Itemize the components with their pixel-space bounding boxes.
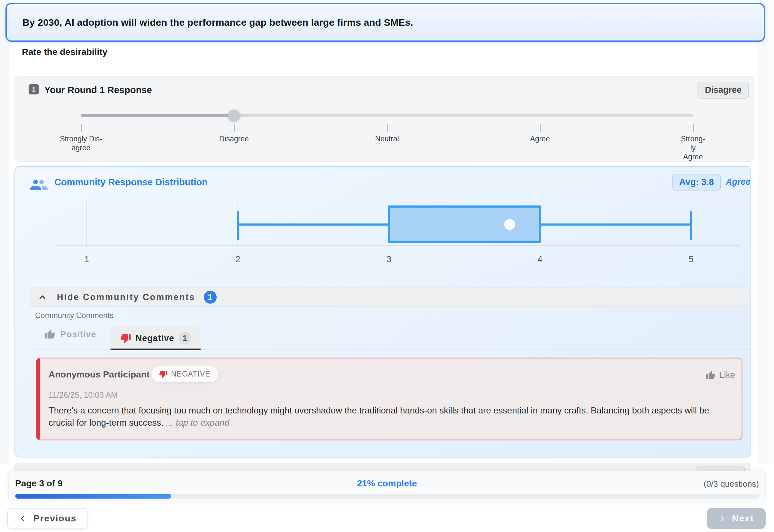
slider-tick-label: Strong- ly Agree [654, 134, 732, 161]
slider-tick [540, 124, 541, 132]
comment-text: There's a concern that focusing too much… [49, 404, 733, 429]
slider-tick-label: Disagree [195, 134, 272, 143]
comment-timestamp: 11/26/25, 10:03 AM [49, 390, 118, 400]
questions-counter: (0/3 questions) [704, 479, 759, 489]
question-statement-box: By 2030, AI adoption will widen the perf… [5, 3, 765, 42]
slider-tick [387, 124, 388, 132]
slider-tick-label: Neutral [348, 134, 426, 143]
comment-author: Anonymous Participant [49, 369, 149, 380]
previous-button[interactable]: Previous [7, 508, 88, 529]
users-icon [30, 176, 48, 190]
thumb-down-icon [159, 370, 167, 378]
x-tick-label: 4 [538, 254, 542, 264]
community-title: Community Response Distribution [54, 177, 208, 188]
toggle-comments-label: Hide Community Comments [57, 292, 195, 302]
thumb-up-icon [706, 370, 716, 380]
boxplot-chart: 12345 [15, 194, 752, 266]
chevron-right-icon [718, 515, 726, 522]
step-number-icon: 1 [29, 84, 39, 94]
divider [29, 277, 751, 277]
thumb-up-icon [44, 329, 55, 340]
x-tick-label: 1 [84, 254, 89, 264]
iqr-box [389, 207, 540, 242]
next-section-panel-cutoff [14, 463, 751, 472]
progress-bar-track [15, 494, 760, 499]
survey-page: By 2030, AI adoption will widen the perf… [0, 0, 774, 532]
slider-tick [81, 124, 82, 132]
previous-label: Previous [33, 513, 76, 524]
average-badge: Avg: 3.8 [672, 174, 721, 191]
slider-tick [234, 124, 235, 132]
comment-card[interactable]: Anonymous Participant NEGATIVE Like 11/2… [36, 358, 743, 440]
progress-bar-fill [15, 494, 171, 499]
x-tick-label: 2 [235, 254, 240, 264]
toggle-comments-bar[interactable]: Hide Community Comments 1 [29, 288, 750, 307]
slider-tick-label: Strongly Dis- agree [42, 134, 120, 152]
round1-response-panel: 1 Your Round 1 Response Disagree Strongl… [14, 76, 754, 162]
active-tab-underline [111, 349, 200, 350]
tab-positive[interactable]: Positive [44, 329, 96, 340]
chevron-left-icon [19, 514, 27, 523]
percent-complete-label: 21% complete [9, 478, 765, 489]
chevron-up-icon [38, 292, 47, 302]
like-button[interactable]: Like [706, 370, 735, 380]
like-label: Like [719, 370, 735, 380]
page-gutter-left [0, 0, 9, 464]
x-tick-label: 3 [386, 254, 391, 264]
expand-hint[interactable]: ... tap to expand [166, 418, 229, 428]
average-category-label: Agree [726, 177, 751, 187]
question-text: By 2030, AI adoption will widen the perf… [22, 17, 413, 28]
slider-tick [693, 124, 694, 132]
next-label: Next [732, 513, 754, 524]
thumb-down-icon [120, 333, 131, 344]
round1-title: Your Round 1 Response [44, 85, 152, 95]
tab-negative-label: Negative [136, 333, 174, 343]
rating-slider-thumb[interactable] [228, 110, 240, 121]
tab-positive-label: Positive [60, 330, 96, 340]
scrollbar[interactable] [766, 0, 774, 464]
progress-footer: Page 3 of 9 21% complete (0/3 questions) [8, 471, 766, 503]
comments-count-badge: 1 [204, 291, 217, 304]
tab-negative[interactable]: Negative 1 [111, 326, 200, 350]
next-button[interactable]: Next [707, 508, 766, 529]
tab-negative-count: 1 [179, 332, 191, 344]
sentiment-label: NEGATIVE [171, 370, 210, 378]
mean-dot [504, 219, 515, 230]
comment-body-text: There's a concern that focusing too much… [49, 405, 709, 428]
section-title: Rate the desirability [22, 47, 107, 57]
selected-answer-badge: Disagree [698, 82, 749, 99]
slider-tick-label: Agree [502, 134, 579, 143]
x-tick-label: 5 [689, 254, 693, 264]
sentiment-badge: NEGATIVE [151, 366, 218, 382]
community-distribution-panel: Community Response Distribution Avg: 3.8… [14, 166, 751, 457]
rating-slider-fill [81, 114, 234, 117]
comments-header: Community Comments [35, 311, 113, 320]
